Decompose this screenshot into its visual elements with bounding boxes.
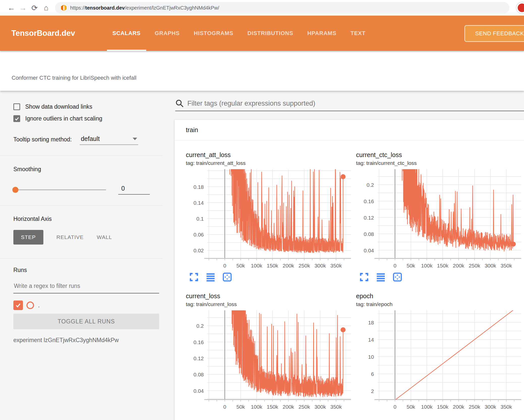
tab-graphs[interactable]: GRAPHS bbox=[148, 16, 187, 51]
toggle-all-runs-button[interactable]: TOGGLE ALL RUNS bbox=[13, 314, 159, 329]
fit-domain-icon[interactable] bbox=[393, 273, 402, 282]
reload-icon[interactable]: ⟳ bbox=[29, 4, 40, 12]
profile-avatar[interactable] bbox=[516, 2, 524, 14]
chart-toolbar bbox=[186, 273, 352, 282]
svg-text:200k: 200k bbox=[453, 404, 464, 410]
svg-text:0: 0 bbox=[223, 404, 226, 410]
fit-domain-icon[interactable] bbox=[223, 273, 232, 282]
chart-title: current_att_loss bbox=[186, 151, 352, 159]
chart-tag: tag: train/epoch bbox=[356, 301, 522, 308]
ignore-outliers-label: Ignore outliers in chart scaling bbox=[25, 115, 102, 122]
svg-text:0.18: 0.18 bbox=[193, 184, 204, 190]
tensorboard-favicon bbox=[61, 5, 67, 11]
divider bbox=[0, 205, 163, 205]
back-icon[interactable]: ← bbox=[6, 4, 17, 12]
smoothing-value-field[interactable]: 0 bbox=[118, 185, 150, 195]
chevron-down-icon bbox=[133, 138, 137, 140]
brand-logo: TensorBoard.dev bbox=[11, 29, 75, 38]
svg-text:250k: 250k bbox=[299, 263, 310, 268]
run-name: . bbox=[38, 302, 40, 309]
svg-text:0.04: 0.04 bbox=[193, 388, 204, 394]
train-group-header[interactable]: train bbox=[174, 120, 524, 140]
chart-title: current_ctc_loss bbox=[356, 151, 522, 159]
svg-text:300k: 300k bbox=[314, 404, 326, 410]
tab-histograms[interactable]: HISTOGRAMS bbox=[187, 16, 241, 51]
divider bbox=[0, 156, 163, 156]
chart-tag: tag: train/current_loss bbox=[186, 301, 352, 308]
chart-plot[interactable]: 050k100k150k200k250k300k350k0.020.060.10… bbox=[186, 168, 352, 269]
svg-text:0.2: 0.2 bbox=[367, 182, 374, 188]
svg-text:300k: 300k bbox=[485, 263, 496, 268]
forward-icon[interactable]: → bbox=[17, 4, 29, 12]
runs-label: Runs bbox=[13, 267, 159, 274]
svg-text:350k: 350k bbox=[330, 263, 342, 268]
home-icon[interactable]: ⌂ bbox=[40, 4, 52, 12]
svg-text:250k: 250k bbox=[469, 263, 480, 268]
svg-text:0: 0 bbox=[394, 404, 397, 410]
run-list-item[interactable]: . bbox=[13, 301, 159, 310]
experiment-subtitle-bar: Conformer CTC training for LibriSpeech w… bbox=[0, 51, 524, 91]
axis-step-button[interactable]: STEP bbox=[13, 230, 43, 245]
chart-plot[interactable]: 050k100k150k200k250k300k350k0.040.080.12… bbox=[356, 168, 522, 269]
svg-text:50k: 50k bbox=[236, 263, 245, 268]
svg-text:150k: 150k bbox=[267, 404, 278, 410]
svg-text:0: 0 bbox=[394, 263, 397, 268]
svg-text:200k: 200k bbox=[283, 404, 294, 410]
url-text: https://tensorboard.dev/experiment/lzGnE… bbox=[70, 5, 219, 11]
main-panel: train current_att_loss tag: train/curren… bbox=[163, 91, 524, 420]
fullscreen-icon[interactable] bbox=[189, 273, 198, 282]
svg-text:0.14: 0.14 bbox=[193, 200, 204, 206]
svg-text:0.08: 0.08 bbox=[364, 231, 374, 237]
svg-text:6: 6 bbox=[371, 371, 374, 377]
chart-epoch: epoch tag: train/epoch 050k100k150k200k2… bbox=[356, 292, 522, 411]
runs-filter-input[interactable] bbox=[13, 281, 159, 293]
address-bar[interactable]: https://tensorboard.dev/experiment/lzGnE… bbox=[55, 2, 509, 14]
train-group-card: train current_att_loss tag: train/curren… bbox=[174, 120, 524, 420]
chart-title: current_loss bbox=[186, 292, 352, 300]
expand-lines-icon[interactable] bbox=[206, 273, 215, 282]
run-checkbox[interactable] bbox=[13, 301, 23, 310]
chart-toolbar bbox=[356, 273, 522, 282]
tab-hparams[interactable]: HPARAMS bbox=[300, 16, 343, 51]
svg-text:150k: 150k bbox=[437, 263, 449, 268]
chart-plot[interactable]: 050k100k150k200k250k300k350k26101418 bbox=[356, 309, 522, 411]
smoothing-label: Smoothing bbox=[13, 166, 159, 173]
settings-sidebar: Show data download links Ignore outliers… bbox=[0, 91, 163, 420]
fullscreen-icon[interactable] bbox=[360, 273, 369, 282]
show-download-links-row[interactable]: Show data download links bbox=[13, 103, 159, 110]
smoothing-slider[interactable] bbox=[13, 189, 106, 190]
svg-text:0.06: 0.06 bbox=[193, 232, 204, 237]
tab-text[interactable]: TEXT bbox=[343, 16, 372, 51]
svg-text:0.16: 0.16 bbox=[364, 198, 374, 204]
expand-lines-icon[interactable] bbox=[376, 273, 385, 282]
tag-filter-row[interactable] bbox=[175, 99, 524, 111]
browser-chrome: ← → ⟳ ⌂ https://tensorboard.dev/experime… bbox=[0, 0, 524, 16]
tag-filter-input[interactable] bbox=[187, 100, 524, 107]
chart-tag: tag: train/current_ctc_loss bbox=[356, 160, 522, 167]
svg-text:300k: 300k bbox=[314, 263, 326, 268]
group-title: train bbox=[186, 126, 198, 134]
chart-current-loss: current_loss tag: train/current_loss 050… bbox=[186, 292, 352, 411]
ignore-outliers-row[interactable]: Ignore outliers in chart scaling bbox=[13, 115, 159, 122]
svg-text:150k: 150k bbox=[437, 404, 449, 410]
svg-text:100k: 100k bbox=[421, 263, 433, 268]
svg-text:2: 2 bbox=[371, 388, 374, 394]
svg-text:0: 0 bbox=[223, 263, 226, 268]
check-icon bbox=[15, 302, 21, 308]
svg-text:350k: 350k bbox=[501, 404, 512, 410]
ignore-outliers-checkbox[interactable] bbox=[13, 115, 20, 122]
tab-distributions[interactable]: DISTRIBUTIONS bbox=[240, 16, 300, 51]
svg-text:350k: 350k bbox=[501, 263, 512, 268]
show-download-links-label: Show data download links bbox=[25, 103, 92, 110]
tab-scalars[interactable]: SCALARS bbox=[105, 16, 148, 51]
run-color-swatch bbox=[26, 302, 34, 309]
send-feedback-button[interactable]: SEND FEEDBACK bbox=[464, 25, 524, 42]
show-download-links-checkbox[interactable] bbox=[13, 103, 20, 110]
axis-wall-button[interactable]: WALL bbox=[97, 234, 112, 240]
tooltip-sorting-dropdown[interactable]: default bbox=[80, 135, 138, 145]
experiment-title: Conformer CTC training for LibriSpeech w… bbox=[12, 75, 136, 81]
smoothing-slider-thumb[interactable] bbox=[12, 187, 18, 193]
axis-relative-button[interactable]: RELATIVE bbox=[56, 234, 84, 240]
tooltip-sorting-label: Tooltip sorting method: bbox=[13, 136, 72, 145]
chart-plot[interactable]: 050k100k150k200k250k300k350k0.040.080.12… bbox=[186, 309, 352, 411]
